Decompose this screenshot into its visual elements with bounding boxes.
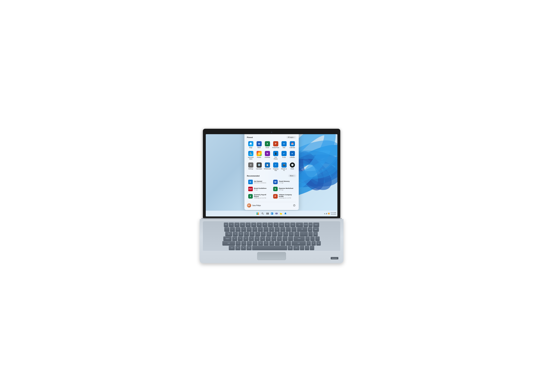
all-apps-button[interactable]: All apps › — [286, 136, 296, 139]
key-rbracket[interactable]: ] — [294, 232, 299, 236]
taskbar-chat[interactable] — [275, 212, 278, 215]
user-profile[interactable]: SP Sara Philips — [247, 203, 261, 208]
app-linkedin[interactable]: in LinkedIn — [288, 150, 296, 161]
key-v[interactable]: V — [252, 241, 258, 245]
key-7[interactable]: 7 — [263, 227, 269, 231]
key-f3[interactable]: F3 — [240, 222, 245, 227]
key-left[interactable]: ← — [305, 236, 310, 241]
key-h[interactable]: H — [260, 236, 265, 241]
key-5[interactable]: 5 — [252, 227, 257, 231]
rec-brand[interactable]: PDF Brand Guidelines 2h ago — [247, 186, 271, 192]
key-rshift[interactable]: Shift — [292, 241, 306, 245]
key-w[interactable]: W — [238, 232, 243, 236]
key-semicolon[interactable]: ; — [283, 236, 288, 241]
key-2[interactable]: 2 — [236, 227, 241, 231]
rec-get-started[interactable]: ⊞ Get Started Welcome to Windows — [247, 179, 271, 185]
power-button[interactable] — [292, 204, 296, 207]
key-arrow-l[interactable]: ← — [300, 246, 304, 250]
taskbar-edge[interactable] — [284, 212, 287, 215]
key-y[interactable]: Y — [261, 232, 266, 236]
taskbar-windows-button[interactable] — [256, 212, 260, 215]
key-0[interactable]: 0 — [280, 227, 285, 231]
app-excel[interactable]: X Excel — [264, 140, 271, 149]
key-end[interactable]: End — [308, 222, 313, 227]
key-f8[interactable]: F8 — [268, 222, 273, 227]
key-z[interactable]: Z — [236, 241, 241, 245]
key-lshift[interactable]: Shift — [222, 241, 235, 245]
key-d[interactable]: D — [243, 236, 249, 241]
key-u[interactable]: U — [266, 232, 272, 236]
key-f6[interactable]: F6 — [257, 222, 262, 227]
key-comma[interactable]: , — [275, 241, 280, 245]
rec-payroll[interactable]: X Quarterly Payroll Report Yesterday at … — [247, 193, 271, 200]
key-e[interactable]: E — [244, 232, 249, 236]
key-o[interactable]: O — [277, 232, 283, 236]
taskbar-taskview[interactable] — [266, 212, 269, 215]
key-win[interactable]: ⊞ — [241, 246, 246, 250]
key-9[interactable]: 9 — [275, 227, 280, 231]
key-x[interactable]: X — [241, 241, 246, 245]
key-f11[interactable]: F11 — [285, 222, 290, 227]
key-alt-r[interactable]: Alt — [288, 246, 293, 250]
app-settings[interactable]: ⚙ Settings — [247, 161, 255, 172]
app-edge[interactable]: Edge — [247, 140, 255, 149]
key-f1[interactable]: F1 — [229, 222, 234, 227]
more-button[interactable]: More › — [288, 174, 296, 177]
app-onenote[interactable]: N OneNote — [264, 150, 271, 161]
key-fn[interactable]: Fn — [235, 246, 240, 250]
key-4[interactable]: 4 — [247, 227, 252, 231]
key-r[interactable]: R — [249, 232, 255, 236]
touchpad[interactable] — [257, 252, 286, 260]
rec-adatum[interactable]: P Adatum Company Profile Yesterday at 1:… — [272, 193, 296, 200]
key-npins[interactable]: Ins — [313, 232, 318, 236]
key-s[interactable]: S — [238, 236, 243, 241]
key-del[interactable]: Del — [296, 222, 303, 227]
key-enter[interactable]: Enter — [294, 236, 305, 241]
key-1[interactable]: 1 — [230, 227, 235, 231]
key-minus[interactable]: - — [286, 227, 291, 231]
key-f12[interactable]: F12 — [290, 222, 295, 227]
key-esc[interactable]: Esc — [224, 222, 228, 227]
key-m[interactable]: M — [269, 241, 274, 245]
key-f4[interactable]: F4 — [246, 222, 251, 227]
key-ctrl-l[interactable]: Ctrl — [229, 246, 235, 250]
key-a[interactable]: A — [232, 236, 237, 241]
key-equals[interactable]: = — [291, 227, 296, 231]
key-n[interactable]: N — [264, 241, 269, 245]
key-k[interactable]: K — [271, 236, 276, 241]
app-photos[interactable]: 🖼 Photos — [255, 150, 263, 161]
key-backtick[interactable]: ` — [224, 227, 229, 231]
rec-expense[interactable]: X Expense Worksheet 13h ago — [272, 186, 296, 192]
key-p[interactable]: P — [283, 232, 288, 236]
key-slash[interactable]: / — [286, 241, 291, 245]
key-pgdn[interactable]: PgDn — [313, 227, 319, 231]
key-g[interactable]: G — [255, 236, 260, 241]
key-arrow-ud[interactable]: ↑↓ — [305, 246, 309, 250]
taskbar-widgets[interactable] — [270, 212, 274, 215]
key-t[interactable]: T — [255, 232, 260, 236]
app-store[interactable]: 🏪 Microsoft Store — [247, 150, 255, 161]
key-down[interactable]: ↓ — [310, 236, 315, 241]
app-todo[interactable]: ✔ To Do — [280, 150, 288, 161]
key-f5[interactable]: F5 — [251, 222, 256, 227]
app-clock[interactable]: 🕐 Clock — [288, 161, 296, 172]
key-a2[interactable]: A — [311, 241, 316, 245]
key-b[interactable]: B — [258, 241, 263, 245]
taskbar-files[interactable] — [279, 212, 283, 215]
key-j[interactable]: J — [266, 236, 271, 241]
key-v2[interactable]: V — [306, 241, 311, 245]
key-q[interactable]: Q — [233, 232, 238, 236]
key-6[interactable]: 6 — [258, 227, 263, 231]
key-tab[interactable]: Tab — [225, 232, 232, 236]
key-c[interactable]: C — [247, 241, 252, 245]
key-ins[interactable]: Ins — [308, 227, 312, 231]
key-3[interactable]: 3 — [241, 227, 246, 231]
taskbar-datetime[interactable]: 11:31 AM 01/12/22 — [331, 212, 336, 215]
app-snipping[interactable]: ✂ Snipping Tool — [272, 161, 280, 172]
key-backslash[interactable]: \ — [300, 232, 308, 236]
key-space[interactable] — [252, 246, 287, 250]
taskbar-search[interactable] — [260, 212, 265, 215]
key-ctrl-r[interactable]: Ctrl — [293, 246, 299, 250]
key-i[interactable]: I — [272, 232, 277, 236]
key-backspace[interactable]: ⌫ — [297, 227, 307, 231]
